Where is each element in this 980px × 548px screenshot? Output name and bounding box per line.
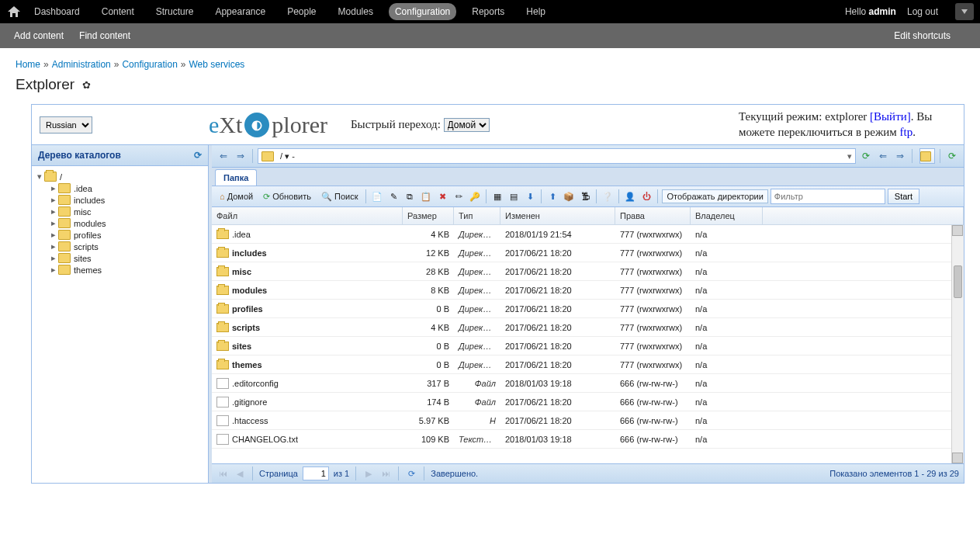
col-own[interactable]: Владелец xyxy=(691,207,763,224)
toolbar-toggle[interactable] xyxy=(955,3,974,20)
upload-icon[interactable]: ⬆ xyxy=(545,189,559,203)
menu-modules[interactable]: Modules xyxy=(332,3,379,20)
page-last-icon[interactable]: ⏭ xyxy=(379,467,392,480)
tree-refresh-icon[interactable]: ⟳ xyxy=(194,150,202,161)
tree-node-includes[interactable]: ▸includes xyxy=(49,194,205,206)
open-folder-icon[interactable] xyxy=(919,148,935,164)
table-row[interactable]: sites0 BДиректо…2017/06/21 18:20777 (rwx… xyxy=(212,337,964,356)
page-first-icon[interactable]: ⏮ xyxy=(216,467,229,480)
col-mod[interactable]: Изменен xyxy=(500,207,615,224)
tree-node-misc[interactable]: ▸misc xyxy=(49,206,205,217)
logoff-icon[interactable]: ⏻ xyxy=(639,189,653,203)
refresh-button[interactable]: ⟳Обновить xyxy=(259,189,315,204)
tree-node-profiles[interactable]: ▸profiles xyxy=(49,229,205,241)
table-row[interactable]: .idea4 KBДиректо…2018/01/19 21:54777 (rw… xyxy=(212,225,964,244)
archive-icon[interactable]: 📦 xyxy=(562,189,576,203)
menu-structure[interactable]: Structure xyxy=(150,3,200,20)
tree-root[interactable]: ▾/ xyxy=(35,171,205,182)
scroll-up-icon[interactable] xyxy=(952,225,963,236)
table-row[interactable]: CHANGELOG.txt109 KBТексто…2018/01/03 19:… xyxy=(212,430,964,449)
page-prev-icon[interactable]: ◀ xyxy=(234,467,246,480)
page-input[interactable] xyxy=(303,466,329,480)
delete-icon[interactable]: ✖ xyxy=(435,189,449,203)
nav-back2-icon[interactable]: ⇐ xyxy=(876,149,890,163)
tree-node-themes[interactable]: ▸themes xyxy=(49,264,205,276)
paging-bar: ⏮ ◀ Страница из 1 ▶ ⏭ ⟳ Завершено. Показ… xyxy=(212,463,964,483)
table-row[interactable]: misc28 KBДиректо…2017/06/21 18:20777 (rw… xyxy=(212,262,964,281)
menu-help[interactable]: Help xyxy=(520,3,552,20)
filter-input[interactable] xyxy=(770,189,885,204)
extplorer-frame: Russian eXt ◐ plorer Быстрый переход: До… xyxy=(31,104,964,484)
table-row[interactable]: .htaccess5.97 KBH2017/06/21 18:20666 (rw… xyxy=(212,411,964,430)
table-row[interactable]: .editorconfig317 BФайл2018/01/03 19:1866… xyxy=(212,374,964,393)
table-row[interactable]: modules8 KBДиректо…2017/06/21 18:20777 (… xyxy=(212,281,964,300)
tree-node-modules[interactable]: ▸modules xyxy=(49,217,205,229)
help-icon[interactable]: ❔ xyxy=(601,189,615,203)
col-file[interactable]: Файл xyxy=(212,207,403,224)
scrollbar[interactable] xyxy=(951,225,964,463)
table-row[interactable]: scripts4 KBДиректо…2017/06/21 18:20777 (… xyxy=(212,318,964,337)
col-perm[interactable]: Права xyxy=(615,207,691,224)
view-detail-icon[interactable]: ▦ xyxy=(490,189,504,203)
logout-ext-link[interactable]: [Выйти] xyxy=(870,110,911,123)
view-icons-icon[interactable]: ▤ xyxy=(507,189,521,203)
add-content-link[interactable]: Add content xyxy=(14,30,64,41)
breadcrumb-3[interactable]: Web services xyxy=(189,59,245,70)
newfile-icon[interactable]: 📄 xyxy=(370,189,384,203)
home-button[interactable]: ⌂Домой xyxy=(216,189,257,203)
admin-icon[interactable]: 👤 xyxy=(623,189,637,203)
find-content-link[interactable]: Find content xyxy=(79,30,130,41)
refresh2-icon[interactable]: ⟳ xyxy=(945,149,959,163)
menu-configuration[interactable]: Configuration xyxy=(389,3,456,20)
ftp-link[interactable]: ftp xyxy=(900,126,913,138)
search-button[interactable]: 🔍Поиск xyxy=(317,189,362,204)
breadcrumb-0[interactable]: Home xyxy=(16,59,40,70)
download-icon[interactable]: ⬇ xyxy=(523,189,537,203)
menu-content[interactable]: Content xyxy=(95,3,140,20)
folder-icon xyxy=(58,265,71,275)
path-combo[interactable]: / ▾ - ▾ xyxy=(258,148,856,164)
folder-icon xyxy=(58,241,71,251)
language-select[interactable]: Russian xyxy=(40,116,92,134)
filter-start-button[interactable]: Start xyxy=(888,189,919,204)
table-row[interactable]: themes0 BДиректо…2017/06/21 18:20777 (rw… xyxy=(212,356,964,374)
menu-reports[interactable]: Reports xyxy=(466,3,511,20)
edit-icon[interactable]: ✎ xyxy=(386,189,400,203)
col-size[interactable]: Размер xyxy=(403,207,454,224)
breadcrumb-1[interactable]: Administration xyxy=(52,59,111,70)
logout-link[interactable]: Log out xyxy=(907,6,938,17)
quick-nav-select[interactable]: Домой xyxy=(444,118,490,132)
menu-appearance[interactable]: Appearance xyxy=(209,3,272,20)
rename-icon[interactable]: ✏ xyxy=(452,189,466,203)
breadcrumb-2[interactable]: Configuration xyxy=(122,59,177,70)
nav-back-icon[interactable]: ⇐ xyxy=(216,149,230,163)
page-next-icon[interactable]: ▶ xyxy=(362,467,375,480)
paste-icon[interactable]: 📋 xyxy=(419,189,433,203)
scroll-thumb[interactable] xyxy=(954,265,962,298)
menu-dashboard[interactable]: Dashboard xyxy=(28,3,86,20)
table-row[interactable]: includes12 KBДиректо…2017/06/21 18:20777… xyxy=(212,244,964,262)
tree-node-scripts[interactable]: ▸scripts xyxy=(49,241,205,252)
menu-people[interactable]: People xyxy=(281,3,322,20)
nav-fwd-icon[interactable]: ⇒ xyxy=(234,149,248,163)
home-icon[interactable] xyxy=(6,4,22,19)
edit-shortcuts-link[interactable]: Edit shortcuts xyxy=(894,30,951,41)
table-row[interactable]: .gitignore174 BФайл2017/06/21 18:20666 (… xyxy=(212,393,964,411)
gear-icon[interactable]: ✿ xyxy=(82,79,91,91)
col-type[interactable]: Тип xyxy=(454,207,500,224)
tab-folder[interactable]: Папка xyxy=(215,169,257,186)
path-refresh-icon[interactable]: ⟳ xyxy=(859,149,873,163)
nav-fwd2-icon[interactable]: ⇒ xyxy=(893,149,907,163)
tree-node-sites[interactable]: ▸sites xyxy=(49,252,205,264)
copy-icon[interactable]: ⧉ xyxy=(403,189,417,203)
table-row[interactable]: profiles0 BДиректо…2017/06/21 18:20777 (… xyxy=(212,300,964,318)
page-refresh-icon[interactable]: ⟳ xyxy=(405,467,417,480)
folder-icon xyxy=(216,248,229,258)
perm-icon[interactable]: 🔑 xyxy=(468,189,482,203)
show-directories-toggle[interactable]: Отображать директории xyxy=(662,189,767,203)
admin-toolbar: DashboardContentStructureAppearancePeopl… xyxy=(0,0,980,23)
scroll-down-icon[interactable] xyxy=(952,453,963,463)
tree-node-.idea[interactable]: ▸.idea xyxy=(49,182,205,194)
extract-icon[interactable]: 🗜 xyxy=(578,189,592,203)
folder-icon xyxy=(58,195,71,205)
